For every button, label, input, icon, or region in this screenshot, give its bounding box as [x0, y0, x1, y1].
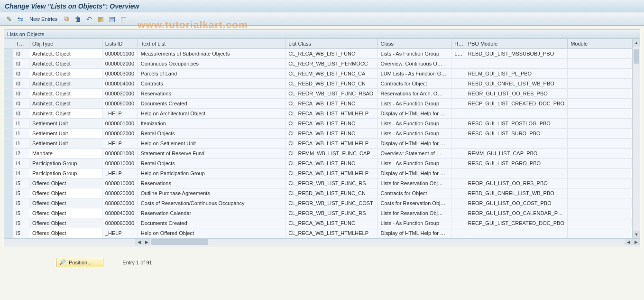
row-marker[interactable]	[4, 188, 13, 198]
cell-type[interactable]: I4	[13, 158, 29, 168]
cell-module[interactable]	[568, 68, 631, 78]
row-marker[interactable]	[4, 118, 13, 128]
cell-module[interactable]	[568, 158, 631, 168]
cell-listclass[interactable]: CL_REOR_WB_LIST_FUNC_RSAO	[285, 88, 377, 98]
row-marker[interactable]	[4, 128, 13, 138]
scroll-thumb[interactable]	[634, 49, 639, 64]
table-row[interactable]: I4Participation Group_HELPHelp on Partic…	[4, 168, 640, 178]
table-row[interactable]: I1Settlement Unit0000001000ItemizationCL…	[4, 118, 640, 128]
cell-listsid[interactable]: 0000001000	[102, 148, 138, 158]
cell-pbo[interactable]	[465, 168, 568, 178]
table-row[interactable]: I4Participation Group0000010000Rental Ob…	[4, 158, 640, 168]
col-listsid[interactable]: Lists ID	[102, 39, 138, 48]
cell-listsid[interactable]: 0000001000	[102, 48, 138, 58]
cell-pbo[interactable]	[465, 58, 568, 68]
cell-text[interactable]: Contracts	[138, 78, 285, 88]
col-objtype[interactable]: Obj.Type	[29, 39, 102, 48]
cell-ha[interactable]	[451, 198, 465, 208]
cell-listsid[interactable]: _HELP	[102, 138, 138, 148]
cell-listsid[interactable]: 0000002000	[102, 128, 138, 138]
cell-listsid[interactable]: 0000030000	[102, 198, 138, 208]
cell-ha[interactable]	[451, 188, 465, 198]
cell-pbo[interactable]: REBD_GUI_CNREL_LIST_WB_PBO	[465, 188, 568, 198]
cell-text[interactable]: Reservations	[138, 88, 285, 98]
hscroll-left-icon[interactable]: ◀	[135, 239, 143, 245]
col-pbo[interactable]: PBO Module	[465, 39, 568, 48]
row-marker[interactable]	[4, 58, 13, 68]
table-row[interactable]: I0Architect. Object0000090000Documents C…	[4, 98, 640, 108]
cell-listsid[interactable]: 0000090000	[102, 98, 138, 108]
cell-listclass[interactable]: CL_RECA_WB_LIST_FUNC	[285, 98, 377, 108]
row-marker[interactable]	[4, 88, 13, 98]
cell-listsid[interactable]: 0000090000	[102, 218, 138, 228]
cell-ha[interactable]	[451, 218, 465, 228]
cell-type[interactable]: I4	[13, 168, 29, 178]
row-marker[interactable]	[4, 78, 13, 88]
table-row[interactable]: I5Offered Object0000090000Documents Crea…	[4, 218, 640, 228]
cell-pbo[interactable]: REOR_GUI_LIST_OO_COST_PBO	[465, 198, 568, 208]
cell-ha[interactable]	[451, 168, 465, 178]
scroll-track[interactable]	[633, 47, 640, 231]
cell-ha[interactable]: LIMS	[451, 48, 465, 58]
cell-text[interactable]: Measurements of Subordinate Objects	[138, 48, 285, 58]
cell-ha[interactable]	[451, 128, 465, 138]
hscroll-end-left-icon[interactable]: ◀	[625, 239, 632, 245]
deselect-all-icon[interactable]: ▥	[119, 15, 128, 23]
row-marker[interactable]	[4, 48, 13, 58]
cell-type[interactable]: I5	[13, 198, 29, 208]
cell-ha[interactable]	[451, 148, 465, 158]
cell-module[interactable]	[568, 208, 631, 218]
select-all-icon[interactable]: ▦	[96, 15, 105, 23]
cell-pbo[interactable]	[465, 228, 568, 238]
cell-listsid[interactable]: 0000020000	[102, 188, 138, 198]
cell-text[interactable]: Reservation Calendar	[138, 208, 285, 218]
cell-listclass[interactable]: CL_REOR_WB_LIST_FUNC_RS	[285, 178, 377, 188]
cell-type[interactable]: I1	[13, 118, 29, 128]
row-marker[interactable]	[4, 208, 13, 218]
cell-listsid[interactable]: _HELP	[102, 108, 138, 118]
scroll-down-icon[interactable]: ▼	[633, 231, 640, 238]
table-row[interactable]: I1Settlement Unit_HELPHelp on Settlement…	[4, 138, 640, 148]
cell-listsid[interactable]: 0000010000	[102, 178, 138, 188]
cell-ha[interactable]	[451, 58, 465, 68]
table-row[interactable]: I0Architect. Object0000002000Continuous …	[4, 58, 640, 68]
cell-pbo[interactable]: RECP_GUI_LIST_CREATED_DOC_PBO	[465, 218, 568, 228]
cell-ha[interactable]	[451, 68, 465, 78]
cell-listclass[interactable]: CL_RECA_WB_LIST_HTMLHELP	[285, 108, 377, 118]
table-row[interactable]: I0Architect. Object0000003000Parcels of …	[4, 68, 640, 78]
table-row[interactable]: I0Architect. Object0000030000Reservation…	[4, 88, 640, 98]
row-marker[interactable]	[4, 218, 13, 228]
col-ha[interactable]: Ha..	[451, 39, 465, 48]
cell-text[interactable]: Rental Objects	[138, 158, 285, 168]
cell-type[interactable]: I0	[13, 98, 29, 108]
cell-type[interactable]: I0	[13, 58, 29, 68]
table-row[interactable]: I5Offered Object0000040000Reservation Ca…	[4, 208, 640, 218]
cell-type[interactable]: I5	[13, 218, 29, 228]
cell-ha[interactable]	[451, 108, 465, 118]
delete-icon[interactable]: 🗑	[74, 15, 82, 23]
cell-module[interactable]	[568, 198, 631, 208]
cell-text[interactable]: Rental Objects	[138, 128, 285, 138]
display-toggle-icon[interactable]: ✎	[5, 15, 13, 23]
row-marker[interactable]	[4, 138, 13, 148]
cell-type[interactable]: I5	[13, 208, 29, 218]
cell-module[interactable]	[568, 178, 631, 188]
cell-listclass[interactable]: CL_REOR_WB_LIST_FUNC_COST	[285, 198, 377, 208]
cell-pbo[interactable]	[465, 138, 568, 148]
cell-ha[interactable]	[451, 88, 465, 98]
select-block-icon[interactable]: ▤	[108, 15, 116, 23]
cell-text[interactable]: Documents Created	[138, 98, 285, 108]
cell-type[interactable]: I0	[13, 78, 29, 88]
cell-pbo[interactable]: REOR_GUI_LIST_OO_RES_PBO	[465, 88, 568, 98]
cell-listclass[interactable]: CL_RECA_WB_LIST_FUNC	[285, 118, 377, 128]
hscroll-thumb[interactable]	[151, 239, 208, 245]
col-text[interactable]: Text of List	[138, 39, 285, 48]
copy-icon[interactable]: ⧉	[62, 15, 71, 23]
cell-ha[interactable]	[451, 138, 465, 148]
cell-text[interactable]: Itemization	[138, 118, 285, 128]
cell-ha[interactable]	[451, 178, 465, 188]
row-marker[interactable]	[4, 148, 13, 158]
expand-icon[interactable]: ⇆	[16, 15, 25, 23]
cell-type[interactable]: I0	[13, 108, 29, 118]
row-marker[interactable]	[4, 108, 13, 118]
